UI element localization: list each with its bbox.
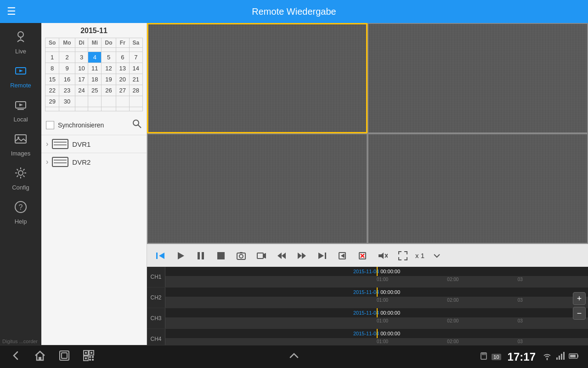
calendar-day[interactable]: 20 (116, 74, 129, 85)
calendar-day[interactable]: 27 (116, 85, 129, 96)
weekday-cell: Do (102, 38, 116, 48)
config-icon (14, 166, 28, 183)
svg-rect-23 (198, 252, 200, 259)
calendar-day[interactable]: 2 (59, 52, 75, 63)
calendar-day[interactable]: 5 (102, 52, 116, 63)
mute-button[interactable] (373, 246, 392, 265)
back-button[interactable] (9, 349, 22, 365)
calendar-day[interactable]: 19 (102, 74, 116, 85)
svg-marker-34 (302, 253, 306, 259)
ch1-timeline[interactable]: 2015-11-04 00:00:00 01:00 02:00 03 (165, 267, 588, 287)
svg-rect-29 (257, 253, 263, 259)
next-frame-button[interactable] (312, 246, 332, 265)
sync-checkbox[interactable] (46, 121, 54, 129)
calendar-day[interactable]: 18 (88, 74, 102, 85)
weekday-cell: So (45, 38, 59, 48)
pause-button[interactable] (191, 246, 210, 265)
calendar-day[interactable]: 8 (45, 63, 59, 74)
page-title: Remote Wiedergabe (252, 6, 336, 17)
dvr2-item[interactable]: › DVR2 (41, 153, 147, 171)
calendar-day[interactable]: 23 (59, 85, 75, 96)
clip-start-button[interactable] (333, 246, 352, 265)
clip-end-button[interactable] (353, 246, 372, 265)
fastforward-button[interactable] (292, 246, 311, 265)
calendar-day[interactable]: 25 (88, 85, 102, 96)
video-cell-4[interactable] (368, 133, 588, 244)
calendar-week-row: 2930 (45, 96, 143, 107)
calendar-day[interactable]: 10 (75, 63, 88, 74)
sidebar-item-help[interactable]: ? Help (0, 196, 41, 230)
ch3-timeline[interactable]: 2015-11-04 00:00:00 01:00 02:00 03 (165, 308, 588, 328)
fullscreen-button[interactable] (393, 246, 413, 265)
calendar-day[interactable]: 11 (88, 63, 102, 74)
ch4-timeline[interactable]: 2015-11-04 00:00:00 01:00 02:00 03 (165, 329, 588, 345)
calendar-day[interactable]: 13 (116, 63, 129, 74)
channel-row-ch3: CH3 2015-11-04 00:00:00 01:00 02:00 03 (147, 308, 588, 329)
calendar-day[interactable]: 22 (45, 85, 59, 96)
sidebar-item-live[interactable]: Live (0, 25, 41, 59)
ch4-timeline-header: 2015-11-04 00:00:00 (165, 329, 588, 338)
menu-button[interactable]: ☰ (7, 6, 16, 17)
svg-marker-3 (19, 69, 23, 72)
ch2-timeline[interactable]: 2015-11-04 00:00:00 01:00 02:00 03 (165, 288, 588, 308)
live-icon (14, 30, 28, 47)
up-button[interactable] (288, 350, 300, 363)
stop-button[interactable] (211, 246, 231, 265)
qr-button[interactable] (82, 349, 95, 365)
video-cell-3[interactable] (147, 133, 368, 244)
ch4-cursor (377, 329, 378, 338)
zoom-in-button[interactable]: + (573, 292, 586, 305)
calendar-day[interactable]: 28 (129, 85, 142, 96)
calendar-day[interactable]: 30 (59, 96, 75, 107)
calendar-day[interactable]: 17 (75, 74, 88, 85)
calendar-day[interactable]: 21 (129, 74, 142, 85)
sidebar-item-remote[interactable]: Remote (0, 59, 41, 93)
app-count-badge: 10 (492, 354, 501, 360)
play-button[interactable] (171, 246, 190, 265)
sidebar-item-config[interactable]: Config (0, 161, 41, 196)
goto-begin-button[interactable] (151, 246, 170, 265)
sidebar-item-images[interactable]: Images (0, 127, 41, 161)
calendar-day (75, 48, 88, 52)
home-button[interactable] (34, 349, 46, 365)
calendar-day (116, 48, 129, 52)
calendar-day[interactable]: 29 (45, 96, 59, 107)
images-icon (14, 132, 28, 149)
calendar-day[interactable]: 15 (45, 74, 59, 85)
video-cell-1[interactable] (147, 23, 368, 133)
calendar-week-row (45, 107, 143, 111)
sidebar-item-local[interactable]: Local (0, 93, 41, 127)
svg-rect-28 (240, 252, 243, 253)
ch1-timeline-header: 2015-11-04 00:00:00 (165, 267, 588, 276)
calendar-day[interactable]: 6 (116, 52, 129, 63)
calendar-day (88, 107, 102, 111)
recent-apps-button[interactable] (58, 349, 71, 365)
help-icon: ? (14, 200, 28, 217)
calendar-day[interactable]: 24 (75, 85, 88, 96)
calendar-day[interactable]: 7 (129, 52, 142, 63)
svg-rect-64 (561, 354, 562, 360)
sync-search-icon[interactable] (132, 119, 142, 131)
calendar-day[interactable]: 26 (102, 85, 116, 96)
calendar-day[interactable]: 14 (129, 63, 142, 74)
calendar-body: 1234567891011121314151617181920212223242… (45, 48, 143, 111)
video-cell-2[interactable] (368, 23, 588, 133)
zoom-out-button[interactable]: − (573, 307, 586, 320)
dvr1-item[interactable]: › DVR1 (41, 135, 147, 153)
calendar-day[interactable]: 4 (88, 52, 102, 63)
calendar-day[interactable]: 1 (45, 52, 59, 63)
calendar-week-row (45, 48, 143, 52)
rewind-button[interactable] (272, 246, 291, 265)
svg-rect-65 (563, 352, 565, 360)
weekday-cell: Mo (59, 38, 75, 48)
svg-rect-57 (92, 359, 94, 361)
screenshot-button[interactable] (232, 246, 251, 265)
expand-button[interactable] (427, 246, 447, 265)
calendar-day[interactable]: 9 (59, 63, 75, 74)
ch3-bar: 01:00 02:00 03 (165, 317, 588, 328)
record-button[interactable] (252, 246, 271, 265)
calendar-day[interactable]: 16 (59, 74, 75, 85)
ch2-cursor (377, 288, 378, 297)
calendar-day[interactable]: 12 (102, 63, 116, 74)
calendar-day[interactable]: 3 (75, 52, 88, 63)
